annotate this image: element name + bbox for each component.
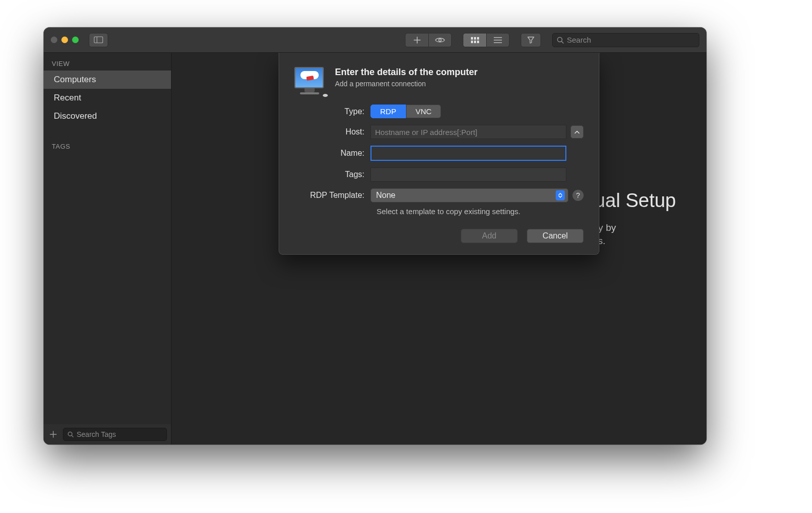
svg-point-2 [439,39,442,41]
svg-line-13 [562,41,564,43]
template-select[interactable]: None [370,188,568,202]
search-icon [67,431,74,437]
host-input[interactable] [370,125,566,139]
main-content: ual Setup a computer manually by its net… [172,53,706,444]
maximize-window-button[interactable] [72,37,79,43]
cancel-button[interactable]: Cancel [527,229,584,243]
svg-rect-4 [474,37,476,40]
name-input[interactable] [370,146,566,161]
svg-rect-6 [471,41,473,43]
sidebar-item-label: Recent [54,93,81,103]
select-arrows-icon [556,190,565,200]
background-title-fragment: ual Setup [594,190,676,212]
sidebar-item-recent[interactable]: Recent [44,89,171,107]
window-controls [51,37,79,43]
tags-input[interactable] [370,167,566,182]
type-option-rdp[interactable]: RDP [370,105,406,118]
titlebar: Search [44,27,706,53]
sidebar-item-label: Discovered [54,111,97,121]
chevron-up-icon [574,130,580,134]
host-label: Host: [294,127,370,136]
filter-button[interactable] [521,33,541,47]
host-recent-button[interactable] [570,125,584,139]
sidebar-section-view: VIEW [44,53,171,71]
tags-label: Tags: [294,170,370,179]
template-help-button[interactable]: ? [572,190,584,201]
question-icon: ? [576,191,580,199]
sidebar-item-computers[interactable]: Computers [44,71,171,89]
toggle-sidebar-button[interactable] [89,33,108,47]
funnel-icon [527,37,534,44]
tag-search-field[interactable]: Search Tags [63,428,167,441]
svg-rect-3 [471,37,473,40]
type-label: Type: [294,107,370,116]
plus-icon [414,37,421,44]
app-window: Search VIEW Computers Recent Discovered … [44,27,706,444]
list-view-button[interactable] [486,33,510,47]
sidebar-footer: Search Tags [44,424,171,444]
minimize-window-button[interactable] [61,37,68,43]
search-field[interactable]: Search [552,33,699,47]
close-window-button[interactable] [51,37,57,43]
sidebar-item-discovered[interactable]: Discovered [44,107,171,125]
dialog-subtitle: Add a permanent connection [335,80,478,88]
add-computer-dialog: Enter the details of the computer Add a … [279,53,599,255]
grid-view-button[interactable] [463,33,486,47]
svg-rect-5 [477,37,479,40]
template-hint: Select a template to copy existing setti… [377,207,584,216]
add-view-group [405,33,452,47]
add-tag-button[interactable] [48,429,59,440]
search-placeholder: Search [567,36,591,44]
sidebar-section-tags: TAGS [44,135,171,153]
search-icon [557,37,564,44]
grid-icon [471,37,479,43]
sidebar-icon [94,37,103,43]
type-segmented-control: RDP VNC [370,105,441,118]
svg-rect-0 [94,37,103,43]
sidebar: VIEW Computers Recent Discovered TAGS Se… [44,53,172,444]
template-value: None [376,191,395,200]
add-confirm-button[interactable]: Add [461,229,518,243]
svg-rect-7 [474,41,476,43]
name-label: Name: [294,149,370,158]
template-label: RDP Template: [294,191,370,200]
list-icon [494,37,502,43]
eye-icon [435,37,445,43]
sidebar-item-label: Computers [54,75,96,85]
tag-search-placeholder: Search Tags [77,430,116,438]
svg-line-15 [72,435,73,437]
svg-rect-8 [477,41,479,43]
view-mode-group [463,33,510,47]
preview-button[interactable] [428,33,452,47]
computer-icon [294,67,325,96]
type-option-vnc[interactable]: VNC [406,105,442,118]
dialog-title: Enter the details of the computer [335,67,478,78]
plus-icon [50,431,57,438]
add-button[interactable] [405,33,428,47]
